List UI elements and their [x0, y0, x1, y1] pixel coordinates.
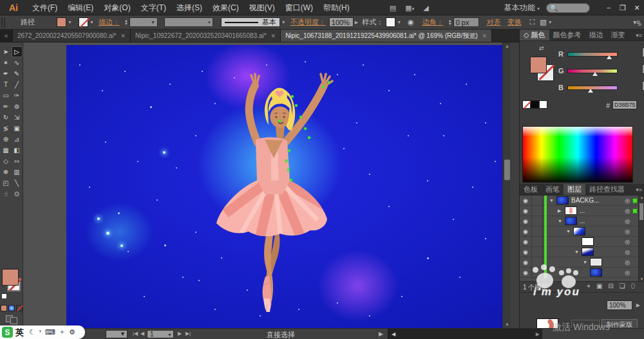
black-swatch[interactable] [531, 100, 539, 109]
layers-scroll-up-icon[interactable]: ▲ [639, 196, 644, 199]
layer-row-1[interactable]: ◉▼BACKG...◎ [520, 196, 644, 206]
anchor-point[interactable] [287, 169, 290, 171]
pencil-tool[interactable]: ✏ [1, 101, 12, 112]
layer-row-2[interactable]: ◉▶...◎ [520, 206, 644, 216]
panel-tab-路径查找器[interactable]: 路径查找器 [585, 184, 629, 195]
target-icon[interactable]: ◎ [625, 228, 630, 235]
style-swatch[interactable] [386, 17, 395, 27]
artboard-navigation-select[interactable]: 1▼ [147, 330, 174, 338]
color-panel-fill-swatch[interactable] [530, 57, 547, 73]
panel-tab-渐变[interactable]: 渐变 [607, 30, 629, 41]
target-icon[interactable]: ◎ [625, 218, 630, 224]
layer-name[interactable]: ... [580, 207, 585, 214]
next-artboard-icon[interactable]: ▶ [178, 331, 182, 336]
visibility-eye-icon[interactable]: ◉ [520, 206, 532, 216]
expand-triangle-icon[interactable]: ▼ [558, 219, 562, 223]
new-sublayer-icon[interactable]: ⊟ [608, 282, 613, 290]
horizontal-scrollbar[interactable]: ◀ ▶ [388, 329, 542, 339]
ime-skin-icon[interactable]: ✦ [59, 328, 65, 336]
stroke-panel-link[interactable]: 描边： [99, 17, 120, 27]
first-artboard-icon[interactable]: |◀ [133, 331, 138, 336]
panel-tab-描边[interactable]: 描边 [585, 30, 607, 41]
restore-button[interactable]: ❐ [616, 4, 630, 12]
anchor-point[interactable] [285, 160, 288, 162]
layers-scrollbar[interactable]: ▲ ▼ [638, 196, 644, 281]
layer-thumbnail[interactable] [582, 237, 594, 246]
layer-thumbnail[interactable] [565, 217, 577, 225]
blend-tool[interactable]: ∾ [12, 156, 23, 167]
shape-builder-tool[interactable]: ⊕ [1, 134, 12, 145]
paintbrush-tool[interactable]: ✑ [12, 90, 23, 101]
vertical-scrollbar[interactable]: ▲ ▼ [502, 42, 511, 328]
corner-value[interactable]: 0 px [453, 17, 479, 27]
layer-thumbnail[interactable] [582, 248, 594, 256]
visibility-eye-icon[interactable]: ◉ [520, 216, 532, 226]
layer-thumbnail[interactable] [556, 196, 569, 205]
layer-thumbnail[interactable] [565, 206, 577, 215]
visibility-eye-icon[interactable]: ◉ [520, 247, 532, 257]
blob-brush-tool[interactable]: ⊚ [12, 101, 23, 112]
stroke-weight-stepper[interactable]: ▲▼ [124, 19, 128, 26]
tab-close-icon[interactable]: ✕ [121, 33, 126, 39]
color-spectrum[interactable] [522, 126, 633, 183]
target-icon[interactable]: ◎ [625, 249, 630, 255]
zoom-tool[interactable]: ⊙ [12, 188, 23, 199]
minimize-button[interactable]: − [601, 4, 616, 12]
ime-keyboard-icon[interactable]: ⌨ [45, 328, 55, 336]
hand-tool[interactable]: ☝ [1, 188, 12, 199]
color-mode-none-icon[interactable] [16, 305, 23, 311]
slider-thumb[interactable] [607, 55, 612, 59]
layer-row-4[interactable]: ◉▼◎ [520, 226, 644, 237]
transparency-opacity-field[interactable]: 100% [607, 300, 632, 310]
color-mode-gradient-icon[interactable] [8, 305, 15, 311]
lock-column[interactable] [532, 216, 543, 226]
target-icon[interactable]: ◎ [625, 239, 630, 245]
pen-tool[interactable]: ✒ [1, 68, 12, 79]
visibility-eye-icon[interactable]: ◉ [520, 268, 532, 278]
search-input[interactable]: 🔍 [546, 3, 590, 13]
menu-选择S[interactable]: 选择(S) [171, 0, 207, 15]
visibility-eye-icon[interactable]: ◉ [520, 237, 532, 247]
slice-tool[interactable]: ╲ [12, 178, 23, 188]
width-profile-select[interactable]: ▾ [164, 17, 213, 27]
menu-窗口W[interactable]: 窗口(W) [280, 0, 318, 15]
lock-column[interactable] [532, 226, 543, 237]
anchor-point[interactable] [299, 116, 302, 118]
target-icon[interactable]: ◎ [625, 259, 630, 266]
tab-close-icon[interactable]: ✕ [482, 33, 488, 39]
artboard[interactable] [66, 45, 508, 328]
width-tool[interactable]: ≶ [1, 123, 12, 134]
stroke-color-swatch[interactable] [79, 17, 88, 27]
layer-thumbnail[interactable] [573, 227, 585, 235]
expand-triangle-icon[interactable]: ▼ [566, 229, 571, 234]
none-swatch[interactable] [522, 100, 531, 109]
fill-swatch-large[interactable] [2, 269, 19, 286]
ime-settings-icon[interactable]: ⚙ [69, 328, 75, 336]
new-layer-icon[interactable]: ❏ [620, 282, 625, 290]
menu-效果C[interactable]: 效果(C) [207, 0, 244, 15]
panel-tab-画笔[interactable]: 画笔 [542, 184, 564, 195]
lasso-tool[interactable]: ∿ [12, 57, 23, 68]
ballerina-artwork[interactable] [66, 45, 508, 328]
stroke-weight-select[interactable]: ▼ [129, 17, 158, 27]
isolate-object-icon[interactable]: ⛶ [530, 18, 535, 26]
target-icon[interactable]: ◎ [625, 208, 630, 214]
corner-link[interactable]: 边角： [422, 17, 444, 27]
anchor-point[interactable] [304, 127, 307, 130]
white-swatch[interactable] [539, 100, 547, 109]
color-panel-menu-icon[interactable]: ▾≡ [636, 32, 642, 39]
lock-column[interactable] [532, 237, 543, 247]
opacity-value[interactable]: 100% [329, 17, 354, 27]
swap-fill-stroke-icon[interactable]: ⇄ [539, 45, 544, 51]
close-button[interactable]: ✕ [630, 4, 644, 12]
mesh-tool[interactable]: ▦ [1, 145, 12, 156]
line-segment-tool[interactable]: ╱ [12, 79, 23, 90]
control-bar-grip[interactable] [1, 17, 5, 28]
gradient-tool[interactable]: ◧ [12, 145, 23, 156]
document-tab-1[interactable]: 2672_20200224205507900080.ai*✕ [13, 30, 131, 42]
expand-triangle-icon[interactable]: ▼ [583, 260, 587, 264]
anchor-point[interactable] [308, 136, 310, 139]
ime-toolbar[interactable]: S 英 ☾ ❜ ⌨ ✦ ⚙ [0, 325, 85, 339]
layer-row-3[interactable]: ◉▼...◎ [520, 216, 644, 226]
anchor-point[interactable] [291, 95, 294, 98]
